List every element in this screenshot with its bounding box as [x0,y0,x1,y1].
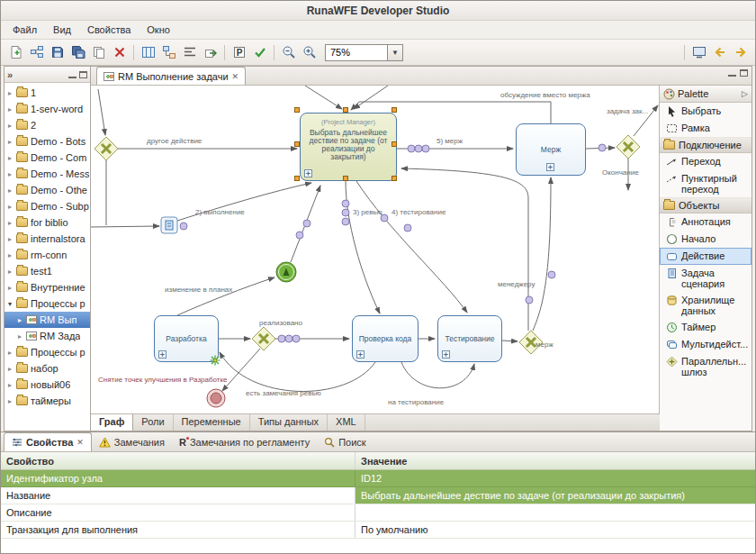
minimize-icon[interactable] [68,71,76,78]
perspective-chevrons[interactable]: » [7,69,13,80]
tree-item[interactable]: ▸for biblio [4,214,90,231]
expand-icon[interactable]: + [442,350,450,359]
maximize-icon[interactable] [740,69,748,77]
expander-icon[interactable]: ▸ [6,89,14,97]
palette-item-dotted-transition[interactable]: Пунктирный переход [660,170,752,197]
expander-icon[interactable]: ▾ [6,300,14,308]
tree-item[interactable]: ▸Процессы р [4,344,90,360]
zoom-input[interactable] [325,44,388,61]
p-mode-button[interactable]: P [229,42,249,63]
expander-icon[interactable]: ▸ [6,170,14,178]
tree-item[interactable]: ▸1-serv-word [4,101,90,117]
blocks-button[interactable] [158,42,179,63]
copy-button[interactable] [88,42,109,63]
edge-merge-up[interactable] [533,177,551,331]
expand-icon[interactable]: + [304,169,312,177]
palette-item-parallel-gateway[interactable]: Параллельн... шлюз [660,353,752,380]
tree-item[interactable]: ▸набор [4,360,90,377]
node-code-review[interactable]: Проверка кода + [352,315,418,362]
tree-item[interactable]: ▸новый06 [4,377,90,393]
palette-item-transition[interactable]: Переход [660,153,752,170]
zoom-out-button[interactable] [278,42,299,63]
validate-button[interactable] [249,42,270,63]
palette-item-action[interactable]: Действие [660,248,752,265]
edge-from-top[interactable] [305,86,342,109]
palette-item-data-store[interactable]: Хранилище данных [660,292,752,319]
edge-plan-change[interactable] [177,277,274,315]
expander-icon[interactable]: ▸ [6,251,14,259]
node-merge[interactable]: Мерж + [516,123,586,176]
expand-icon[interactable]: + [356,350,364,359]
end-event-red[interactable] [207,389,225,407]
menu-properties[interactable]: Свойства [79,23,139,37]
maximize-icon[interactable] [79,71,87,78]
tree-item[interactable]: ▸Demo - Mess [4,166,90,182]
tab-datatypes[interactable]: Типы данных [250,414,328,431]
tree-item[interactable]: ▸RM Зада [4,328,90,344]
menu-view[interactable]: Вид [45,23,79,37]
edge-from-top-2[interactable] [354,86,388,109]
gateway-start[interactable] [94,137,118,160]
palette-item-script-task[interactable]: Задача сценария [660,265,752,292]
save-button[interactable] [47,42,68,63]
gateway-dev[interactable] [252,327,275,350]
tree-item[interactable]: ▸rm-conn [4,247,90,263]
selection-handle[interactable] [392,141,397,147]
edge-to-manager[interactable] [401,168,528,331]
zoom-in-button[interactable] [299,42,320,63]
edge-improvement[interactable] [222,349,260,391]
tree-item[interactable]: ▸Demo - Bots [4,133,90,150]
menu-file[interactable]: Файл [4,23,45,37]
expander-icon[interactable]: ▸ [6,349,14,357]
forward-button[interactable] [730,42,751,63]
edge-into-start-gateway[interactable] [98,89,105,135]
save-all-button[interactable] [68,42,88,63]
tree-item[interactable]: ▸Demo - Subp [4,198,90,214]
expander-icon[interactable]: ▸ [6,397,14,405]
expander-icon[interactable]: ▸ [6,138,14,146]
script-task-node[interactable] [161,217,177,233]
property-row-description[interactable]: Описание [1,504,755,522]
expander-icon[interactable]: ▸ [6,268,14,276]
tab-variables[interactable]: Переменные [174,414,250,431]
expander-icon[interactable]: ▸ [6,235,14,243]
expand-icon[interactable]: + [546,163,554,171]
edge-to-test[interactable] [356,181,467,313]
selection-handle[interactable] [343,107,348,113]
tab-xml[interactable]: XML [328,414,365,431]
tab-roles[interactable]: Роли [133,414,173,431]
tab-notes[interactable]: Замечания [92,432,172,451]
selection-handle[interactable] [294,107,300,113]
expander-icon[interactable]: ▸ [6,219,14,227]
property-row-node-id[interactable]: Идентификатор узла ID12 [1,470,755,487]
zoom-dropdown-button[interactable]: ▼ [388,44,403,61]
selection-handle[interactable] [294,176,300,181]
tree-item[interactable]: ▸Demo - Othe [4,182,90,198]
tree-item-expanded[interactable]: ▾Процессы р [4,295,90,312]
expander-icon[interactable]: ▸ [16,316,23,324]
tab-close-icon[interactable]: ✕ [76,438,84,447]
expander-icon[interactable]: ▸ [6,186,14,195]
export-button[interactable] [200,42,220,63]
new-file-button[interactable] [5,42,26,63]
expander-icon[interactable]: ▸ [6,122,14,130]
view-mode-button[interactable] [688,42,709,63]
palette-item-multi-action[interactable]: Мультидейст... [660,336,752,353]
menu-window[interactable]: Окно [139,23,178,37]
palette-collapse-icon[interactable]: ▷ [742,89,748,98]
tree-item[interactable]: ▸Demo - Com [4,150,90,166]
selection-handle[interactable] [294,141,300,147]
palette-item-marquee[interactable]: Рамка [660,120,752,137]
node-main-task[interactable]: (Project Manager) Выбрать дальнейшее дес… [300,113,397,181]
swimlane-button[interactable] [138,42,158,63]
tab-close-icon[interactable]: ✕ [232,72,239,81]
tab-properties[interactable]: Свойства ✕ [4,432,92,451]
expander-icon[interactable]: ▸ [6,381,14,389]
tree-item-selected[interactable]: ▸RM Вып [4,312,90,328]
property-row-name[interactable]: Название Выбрать дальнейшее дествие по з… [1,487,755,504]
property-row-transaction[interactable]: Транзакция для выполнения По умолчанию [1,522,755,539]
tab-regulation-notes[interactable]: R Замечания по регламенту [172,432,317,451]
selection-handle[interactable] [343,176,348,181]
palette-item-select[interactable]: Выбрать [660,103,752,120]
edge-test-out[interactable] [502,341,518,341]
